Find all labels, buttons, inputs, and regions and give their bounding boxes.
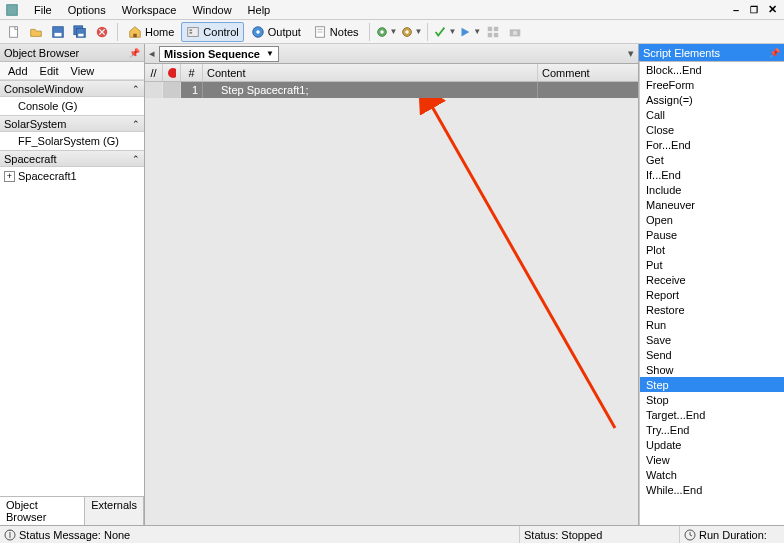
cell-comment[interactable] xyxy=(538,82,638,98)
tree-item-spacecraft1[interactable]: + Spacecraft1 xyxy=(0,167,144,185)
svg-point-13 xyxy=(256,30,260,34)
section-solarsystem-label: SolarSystem xyxy=(4,118,66,130)
svg-rect-6 xyxy=(78,33,83,36)
menu-bar: File Options Workspace Window Help – ❐ ✕ xyxy=(0,0,784,20)
cell-breakpoint[interactable] xyxy=(163,82,181,98)
script-item[interactable]: Stop xyxy=(640,392,784,407)
script-item[interactable]: Close xyxy=(640,122,784,137)
mission-sequence-panel: ◂ Mission Sequence ▼ ▾ // # Content Comm… xyxy=(145,44,639,525)
svg-rect-10 xyxy=(190,29,193,31)
cell-content[interactable]: Step Spacecraft1; xyxy=(203,82,538,98)
script-item[interactable]: While...End xyxy=(640,482,784,497)
prev-arrow-icon[interactable]: ◂ xyxy=(145,47,159,60)
script-item[interactable]: If...End xyxy=(640,167,784,182)
view-action[interactable]: View xyxy=(71,65,95,77)
tab-externals[interactable]: Externals xyxy=(85,497,144,525)
script-item[interactable]: Save xyxy=(640,332,784,347)
pin-icon[interactable]: 📌 xyxy=(129,48,140,58)
script-item[interactable]: Block...End xyxy=(640,62,784,77)
section-spacecraft-label: Spacecraft xyxy=(4,153,57,165)
menu-workspace[interactable]: Workspace xyxy=(114,2,185,18)
script-elements-panel: Script Elements 📌 Block...EndFreeFormAss… xyxy=(639,44,784,525)
script-item[interactable]: Step xyxy=(640,377,784,392)
script-item[interactable]: Include xyxy=(640,182,784,197)
mission-sequence-dropdown[interactable]: Mission Sequence ▼ xyxy=(159,46,279,62)
new-button[interactable] xyxy=(4,22,24,42)
script-item[interactable]: Try...End xyxy=(640,422,784,437)
script-item[interactable]: Receive xyxy=(640,272,784,287)
script-item[interactable]: Plot xyxy=(640,242,784,257)
control-button[interactable]: Control xyxy=(181,22,243,42)
section-spacecraft[interactable]: Spacecraft⌃ xyxy=(0,150,144,167)
script-item[interactable]: Put xyxy=(640,257,784,272)
main-area: Object Browser 📌 Add Edit View ConsoleWi… xyxy=(0,44,784,525)
svg-rect-11 xyxy=(190,32,193,34)
gear-gold-dropdown[interactable]: ▼ xyxy=(400,22,423,42)
next-arrow-icon[interactable]: ▾ xyxy=(624,47,638,60)
status-message: i Status Message: None xyxy=(0,526,520,543)
section-consolewindow-label: ConsoleWindow xyxy=(4,83,83,95)
restore-button[interactable]: ❐ xyxy=(746,2,762,18)
minimize-button[interactable]: – xyxy=(728,2,744,18)
cell-toggle[interactable] xyxy=(145,82,163,98)
script-item[interactable]: Open xyxy=(640,212,784,227)
section-solarsystem[interactable]: SolarSystem⌃ xyxy=(0,115,144,132)
grid-button[interactable] xyxy=(483,22,503,42)
chevron-up-icon: ⌃ xyxy=(132,119,140,129)
script-item[interactable]: View xyxy=(640,452,784,467)
col-number[interactable]: # xyxy=(181,64,203,81)
tree-item-ffsolarsystem[interactable]: FF_SolarSystem (G) xyxy=(0,132,144,150)
script-item[interactable]: Assign(=) xyxy=(640,92,784,107)
menu-file[interactable]: File xyxy=(26,2,60,18)
script-item[interactable]: Maneuver xyxy=(640,197,784,212)
script-item[interactable]: Restore xyxy=(640,302,784,317)
menu-help[interactable]: Help xyxy=(240,2,279,18)
save-all-button[interactable] xyxy=(70,22,90,42)
gear-green-dropdown[interactable]: ▼ xyxy=(375,22,398,42)
script-item[interactable]: Report xyxy=(640,287,784,302)
object-browser-tabs: Object Browser Externals xyxy=(0,496,144,525)
svg-point-18 xyxy=(380,30,384,34)
edit-action[interactable]: Edit xyxy=(40,65,59,77)
script-item[interactable]: Target...End xyxy=(640,407,784,422)
grid-row[interactable]: 1 Step Spacecraft1; xyxy=(145,82,638,98)
expand-icon[interactable]: + xyxy=(4,171,15,182)
col-comment-toggle[interactable]: // xyxy=(145,64,163,81)
tree-item-console[interactable]: Console (G) xyxy=(0,97,144,115)
script-item[interactable]: For...End xyxy=(640,137,784,152)
camera-button[interactable] xyxy=(505,22,525,42)
home-button[interactable]: Home xyxy=(123,22,179,42)
script-item[interactable]: Get xyxy=(640,152,784,167)
pin-icon[interactable]: 📌 xyxy=(769,48,780,58)
script-item[interactable]: Pause xyxy=(640,227,784,242)
chevron-up-icon: ⌃ xyxy=(132,154,140,164)
delete-button[interactable] xyxy=(92,22,112,42)
svg-rect-0 xyxy=(7,4,18,15)
script-item[interactable]: Run xyxy=(640,317,784,332)
menu-window[interactable]: Window xyxy=(184,2,239,18)
script-item[interactable]: Call xyxy=(640,107,784,122)
col-content[interactable]: Content xyxy=(203,64,538,81)
script-elements-title-text: Script Elements xyxy=(643,47,720,59)
menu-options[interactable]: Options xyxy=(60,2,114,18)
script-item[interactable]: Watch xyxy=(640,467,784,482)
script-item[interactable]: Show xyxy=(640,362,784,377)
script-item[interactable]: Send xyxy=(640,347,784,362)
save-button[interactable] xyxy=(48,22,68,42)
svg-line-28 xyxy=(430,103,615,428)
svg-rect-24 xyxy=(494,32,498,36)
script-item[interactable]: FreeForm xyxy=(640,77,784,92)
play-dropdown[interactable]: ▼ xyxy=(458,22,481,42)
notes-button[interactable]: Notes xyxy=(308,22,364,42)
col-breakpoint[interactable] xyxy=(163,64,181,81)
close-button[interactable]: ✕ xyxy=(764,2,780,18)
add-action[interactable]: Add xyxy=(8,65,28,77)
status-state: Status: Stopped xyxy=(520,526,680,543)
col-comment[interactable]: Comment xyxy=(538,64,638,81)
script-item[interactable]: Update xyxy=(640,437,784,452)
output-button[interactable]: Output xyxy=(246,22,306,42)
tab-object-browser[interactable]: Object Browser xyxy=(0,497,85,525)
section-consolewindow[interactable]: ConsoleWindow⌃ xyxy=(0,80,144,97)
open-button[interactable] xyxy=(26,22,46,42)
check-dropdown[interactable]: ▼ xyxy=(433,22,456,42)
